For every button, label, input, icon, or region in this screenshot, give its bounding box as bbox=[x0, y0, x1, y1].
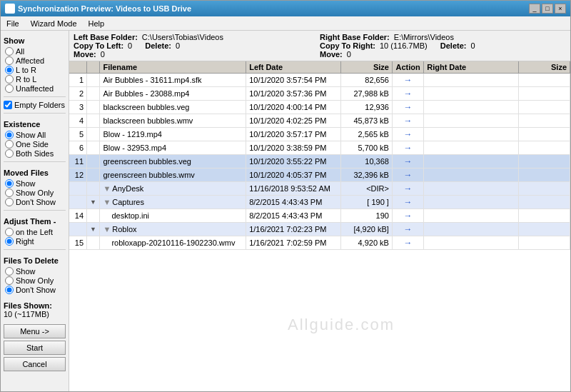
files-shown-value: 10 (~117MB) bbox=[4, 310, 66, 318]
row-filename[interactable]: blackscreen bubbles.veg bbox=[100, 101, 246, 114]
table-row[interactable]: 3blackscreen bubbles.veg10/1/2020 4:00:1… bbox=[69, 101, 570, 114]
table-row[interactable]: 2Air Bubbles - 23088.mp410/1/2020 3:57:3… bbox=[69, 87, 570, 101]
show-affected-option[interactable]: Affected bbox=[5, 56, 66, 65]
maximize-button[interactable]: □ bbox=[542, 4, 553, 14]
show-unaffected-option[interactable]: Unaffected bbox=[5, 84, 66, 93]
row-filename[interactable]: Blow - 32953.mp4 bbox=[100, 141, 246, 155]
row-rightdate bbox=[424, 209, 519, 223]
table-row[interactable]: 5Blow - 1219.mp410/1/2020 3:57:17 PM2,56… bbox=[69, 128, 570, 141]
row-size: [4,920 kB] bbox=[341, 223, 393, 236]
table-row[interactable]: 12greenscreen bubbles.wmv10/1/2020 4:05:… bbox=[69, 169, 570, 182]
menu-button[interactable]: Menu -> bbox=[4, 324, 66, 338]
row-num bbox=[69, 223, 87, 236]
empty-folders-checkbox[interactable]: Empty Folders bbox=[4, 101, 66, 109]
row-expand[interactable]: ▼ bbox=[87, 223, 100, 236]
col-header-size: Size bbox=[341, 61, 393, 74]
show-rtol-radio[interactable] bbox=[5, 75, 14, 84]
table-row[interactable]: 4blackscreen bubbles.wmv10/1/2020 4:02:2… bbox=[69, 114, 570, 128]
moved-show-option[interactable]: Show bbox=[5, 179, 66, 188]
row-filename[interactable]: Air Bubbles - 23088.mp4 bbox=[100, 87, 246, 101]
table-row[interactable]: ▼AnyDesk11/16/2018 9:53:52 AM<DIR>→ bbox=[69, 182, 570, 196]
row-action[interactable]: → bbox=[392, 236, 423, 250]
row-filename[interactable]: Blow - 1219.mp4 bbox=[100, 128, 246, 141]
row-action[interactable]: → bbox=[392, 223, 423, 236]
row-filename[interactable]: Air Bubbles - 31611.mp4.sfk bbox=[100, 74, 246, 87]
row-num: 11 bbox=[69, 155, 87, 169]
row-action[interactable]: → bbox=[392, 141, 423, 155]
row-action[interactable]: → bbox=[392, 169, 423, 182]
row-num bbox=[69, 196, 87, 209]
title-bar-title: Synchronization Preview: Videos to USB D… bbox=[5, 4, 191, 14]
row-action[interactable]: → bbox=[392, 209, 423, 223]
moved-dontshow-option[interactable]: Don't Show bbox=[5, 198, 66, 206]
col-header-filename: Filename bbox=[100, 61, 246, 74]
row-rightdate bbox=[424, 169, 519, 182]
row-rightdate bbox=[424, 155, 519, 169]
moved-showonly-option[interactable]: Show Only bbox=[5, 189, 66, 197]
moved-radio-group: Show Show Only Don't Show bbox=[4, 179, 66, 206]
table-row[interactable]: 15robloxapp-20210116-1902230.wmv1/16/202… bbox=[69, 236, 570, 250]
table-row[interactable]: 6Blow - 32953.mp410/1/2020 3:38:59 PM5,7… bbox=[69, 141, 570, 155]
adjust-left-option[interactable]: on the Left bbox=[5, 228, 66, 236]
row-filename[interactable]: ▼Roblox bbox=[100, 223, 246, 236]
row-filename[interactable]: blackscreen bubbles.wmv bbox=[100, 114, 246, 128]
existence-oneside-option[interactable]: One Side bbox=[5, 140, 66, 149]
show-ltor-radio[interactable] bbox=[5, 66, 14, 74]
menu-wizard-mode[interactable]: Wizard Mode bbox=[28, 19, 80, 29]
delete-dontshow-option[interactable]: Don't Show bbox=[5, 286, 66, 294]
show-rtol-option[interactable]: R to L bbox=[5, 75, 66, 84]
row-filename[interactable]: greenscreen bubbles.wmv bbox=[100, 169, 246, 182]
row-action[interactable]: → bbox=[392, 101, 423, 114]
copy-to-right-label: Copy To Right: bbox=[320, 41, 375, 50]
delete-show-option[interactable]: Show bbox=[5, 267, 66, 276]
row-filename[interactable]: ▼Captures bbox=[100, 196, 246, 209]
row-rightsize bbox=[519, 141, 570, 155]
info-right: Right Base Folder: E:\Mirrors\Videos Cop… bbox=[320, 33, 566, 59]
table-container[interactable]: Allguide.com Filename Left Date Size Act… bbox=[69, 61, 570, 391]
table-header-row: Filename Left Date Size Action Right Dat… bbox=[69, 61, 570, 74]
show-unaffected-radio[interactable] bbox=[5, 84, 14, 93]
row-action[interactable]: → bbox=[392, 114, 423, 128]
row-rightsize bbox=[519, 87, 570, 101]
existence-bothsides-option[interactable]: Both Sides bbox=[5, 149, 66, 158]
existence-showall-option[interactable]: Show All bbox=[5, 131, 66, 139]
move-right-row: Move: 0 bbox=[320, 50, 566, 59]
row-num bbox=[69, 182, 87, 196]
row-filename[interactable]: robloxapp-20210116-1902230.wmv bbox=[100, 236, 246, 250]
menu-file[interactable]: File bbox=[4, 19, 22, 29]
show-all-option[interactable]: All bbox=[5, 47, 66, 56]
adjust-right-option[interactable]: Right bbox=[5, 237, 66, 246]
row-expand[interactable]: ▼ bbox=[87, 196, 100, 209]
table-row[interactable]: ▼▼Roblox1/16/2021 7:02:23 PM[4,920 kB]→ bbox=[69, 223, 570, 236]
row-num: 14 bbox=[69, 209, 87, 223]
col-header-leftdate: Left Date bbox=[246, 61, 341, 74]
row-filename[interactable]: desktop.ini bbox=[100, 209, 246, 223]
move-left-row: Move: 0 bbox=[74, 50, 320, 59]
row-action[interactable]: → bbox=[392, 155, 423, 169]
row-action[interactable]: → bbox=[392, 128, 423, 141]
table-row[interactable]: 1Air Bubbles - 31611.mp4.sfk10/1/2020 3:… bbox=[69, 74, 570, 87]
row-filename[interactable]: ▼AnyDesk bbox=[100, 182, 246, 196]
row-action[interactable]: → bbox=[392, 74, 423, 87]
show-affected-radio[interactable] bbox=[5, 56, 14, 65]
minimize-button[interactable]: _ bbox=[529, 4, 540, 14]
start-button[interactable]: Start bbox=[4, 341, 66, 355]
row-action[interactable]: → bbox=[392, 196, 423, 209]
menu-help[interactable]: Help bbox=[86, 19, 108, 29]
show-all-radio[interactable] bbox=[5, 47, 14, 56]
table-row[interactable]: 14desktop.ini8/2/2015 4:43:43 PM190→ bbox=[69, 209, 570, 223]
show-ltor-option[interactable]: L to R bbox=[5, 66, 66, 74]
col-header-num bbox=[69, 61, 87, 74]
cancel-button[interactable]: Cancel bbox=[4, 357, 66, 371]
table-row[interactable]: ▼▼Captures8/2/2015 4:43:43 PM[ 190 ]→ bbox=[69, 196, 570, 209]
row-action[interactable]: → bbox=[392, 182, 423, 196]
row-size: 5,700 kB bbox=[341, 141, 393, 155]
row-action[interactable]: → bbox=[392, 87, 423, 101]
copy-to-left-label: Copy To Left: bbox=[74, 41, 123, 50]
row-size: <DIR> bbox=[341, 182, 393, 196]
delete-showonly-option[interactable]: Show Only bbox=[5, 276, 66, 285]
close-button[interactable]: × bbox=[555, 4, 566, 14]
row-filename[interactable]: greenscreen bubbles.veg bbox=[100, 155, 246, 169]
table-row[interactable]: 11greenscreen bubbles.veg10/1/2020 3:55:… bbox=[69, 155, 570, 169]
row-leftdate: 10/1/2020 3:57:36 PM bbox=[246, 87, 341, 101]
